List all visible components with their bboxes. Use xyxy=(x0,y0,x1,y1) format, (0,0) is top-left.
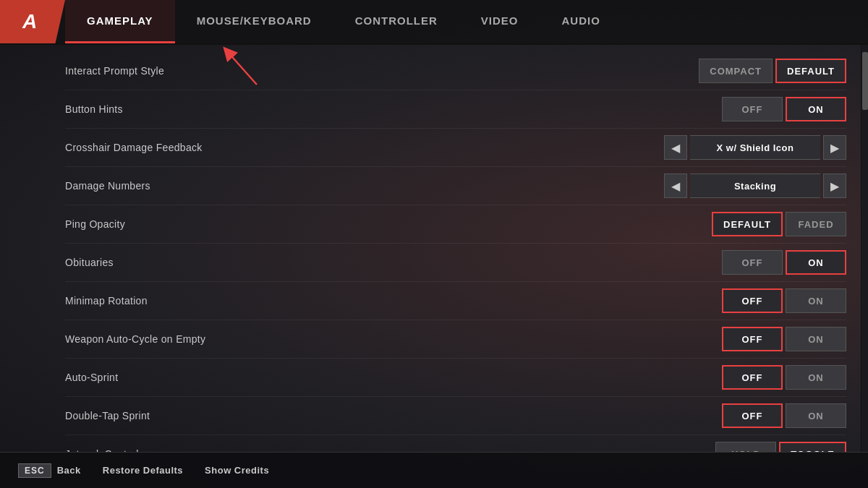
toggle-ping-opacity-default[interactable]: Default xyxy=(712,212,783,236)
setting-controls-obituaries: OffOn xyxy=(722,250,846,275)
nav-tab-audio[interactable]: AUDIO xyxy=(540,0,622,43)
value-display-crosshair-damage-feedback: X w/ Shield Icon xyxy=(690,135,820,160)
arrow-left-damage-numbers[interactable]: ◀ xyxy=(664,174,687,198)
toggle-button-hints-on[interactable]: On xyxy=(786,97,846,121)
toggle-ping-opacity-faded[interactable]: Faded xyxy=(786,212,846,236)
nav-tabs: GAMEPLAYMOUSE/KEYBOARDCONTROLLERVIDEOAUD… xyxy=(65,0,868,43)
setting-label-crosshair-damage-feedback: Crosshair Damage Feedback xyxy=(65,142,203,153)
setting-label-minimap-rotation: Minimap Rotation xyxy=(65,295,148,307)
credits-label: Show Credits xyxy=(205,465,269,476)
back-label: Back xyxy=(57,465,81,476)
setting-controls-button-hints: OffOn xyxy=(722,97,846,121)
toggle-interact-prompt-style-compact[interactable]: Compact xyxy=(699,59,773,83)
setting-controls-minimap-rotation: OffOn xyxy=(722,288,846,313)
logo: A xyxy=(0,0,65,43)
toggle-minimap-rotation-off[interactable]: Off xyxy=(722,288,783,313)
scrollbar-track[interactable] xyxy=(861,45,868,452)
setting-controls-damage-numbers: ◀Stacking▶ xyxy=(664,174,846,198)
back-button[interactable]: ESC Back xyxy=(18,463,81,478)
nav-tab-video[interactable]: VIDEO xyxy=(459,0,540,43)
setting-controls-jetpack-control: HoldToggle xyxy=(715,442,846,452)
setting-label-button-hints: Button Hints xyxy=(65,103,123,115)
setting-controls-auto-sprint: OffOn xyxy=(722,365,846,390)
setting-controls-ping-opacity: DefaultFaded xyxy=(712,212,846,236)
top-nav: A GAMEPLAYMOUSE/KEYBOARDCONTROLLERVIDEOA… xyxy=(0,0,868,45)
setting-controls-double-tap-sprint: OffOn xyxy=(722,403,846,428)
setting-row-double-tap-sprint: Double-Tap SprintOffOn xyxy=(65,397,846,435)
setting-row-auto-sprint: Auto-SprintOffOn xyxy=(65,359,846,397)
restore-label: Restore Defaults xyxy=(103,465,183,476)
nav-tab-controller[interactable]: CONTROLLER xyxy=(333,0,459,43)
show-credits-button[interactable]: Show Credits xyxy=(205,465,269,476)
setting-row-damage-numbers: Damage Numbers◀Stacking▶ xyxy=(65,167,846,205)
setting-controls-interact-prompt-style: CompactDefault xyxy=(699,59,846,83)
toggle-obituaries-on[interactable]: On xyxy=(786,250,846,275)
setting-label-obituaries: Obituaries xyxy=(65,257,114,268)
toggle-weapon-auto-cycle-off[interactable]: Off xyxy=(722,327,783,351)
restore-defaults-button[interactable]: Restore Defaults xyxy=(103,465,183,476)
toggle-jetpack-control-hold[interactable]: Hold xyxy=(715,442,776,452)
toggle-auto-sprint-off[interactable]: Off xyxy=(722,365,783,390)
arrow-right-crosshair-damage-feedback[interactable]: ▶ xyxy=(823,135,846,160)
settings-panel: Interact Prompt StyleCompactDefaultButto… xyxy=(0,45,861,452)
setting-row-weapon-auto-cycle: Weapon Auto-Cycle on EmptyOffOn xyxy=(65,320,846,359)
setting-row-crosshair-damage-feedback: Crosshair Damage Feedback◀X w/ Shield Ic… xyxy=(65,129,846,167)
setting-controls-crosshair-damage-feedback: ◀X w/ Shield Icon▶ xyxy=(664,135,846,160)
setting-label-double-tap-sprint: Double-Tap Sprint xyxy=(65,410,150,421)
toggle-obituaries-off[interactable]: Off xyxy=(722,250,783,275)
setting-row-button-hints: Button HintsOffOn xyxy=(65,90,846,129)
nav-tab-mouse-keyboard[interactable]: MOUSE/KEYBOARD xyxy=(175,0,333,43)
scrollbar-thumb[interactable] xyxy=(862,52,868,110)
toggle-interact-prompt-style-default[interactable]: Default xyxy=(775,59,846,83)
setting-row-obituaries: ObituariesOffOn xyxy=(65,244,846,282)
bottom-bar: ESC Back Restore Defaults Show Credits xyxy=(0,452,868,488)
apex-logo: A xyxy=(22,10,35,33)
esc-key-badge: ESC xyxy=(18,463,51,478)
setting-label-damage-numbers: Damage Numbers xyxy=(65,180,150,192)
setting-row-ping-opacity: Ping OpacityDefaultFaded xyxy=(65,205,846,244)
toggle-auto-sprint-on[interactable]: On xyxy=(786,365,846,390)
toggle-minimap-rotation-on[interactable]: On xyxy=(786,288,846,313)
setting-row-interact-prompt-style: Interact Prompt StyleCompactDefault xyxy=(65,52,846,90)
setting-row-jetpack-control: Jetpack ControlHoldToggle xyxy=(65,435,846,452)
setting-row-minimap-rotation: Minimap RotationOffOn xyxy=(65,282,846,320)
setting-label-weapon-auto-cycle: Weapon Auto-Cycle on Empty xyxy=(65,333,205,345)
main-content: Interact Prompt StyleCompactDefaultButto… xyxy=(0,45,868,452)
setting-label-interact-prompt-style: Interact Prompt Style xyxy=(65,65,164,77)
setting-controls-weapon-auto-cycle: OffOn xyxy=(722,327,846,351)
value-display-damage-numbers: Stacking xyxy=(690,174,820,198)
setting-label-auto-sprint: Auto-Sprint xyxy=(65,372,118,383)
arrow-right-damage-numbers[interactable]: ▶ xyxy=(823,174,846,198)
toggle-double-tap-sprint-off[interactable]: Off xyxy=(722,403,783,428)
setting-label-ping-opacity: Ping Opacity xyxy=(65,218,125,230)
arrow-left-crosshair-damage-feedback[interactable]: ◀ xyxy=(664,135,687,160)
toggle-jetpack-control-toggle[interactable]: Toggle xyxy=(779,442,846,452)
nav-tab-gameplay[interactable]: GAMEPLAY xyxy=(65,0,175,43)
toggle-double-tap-sprint-on[interactable]: On xyxy=(786,403,846,428)
toggle-button-hints-off[interactable]: Off xyxy=(722,97,783,121)
toggle-weapon-auto-cycle-on[interactable]: On xyxy=(786,327,846,351)
